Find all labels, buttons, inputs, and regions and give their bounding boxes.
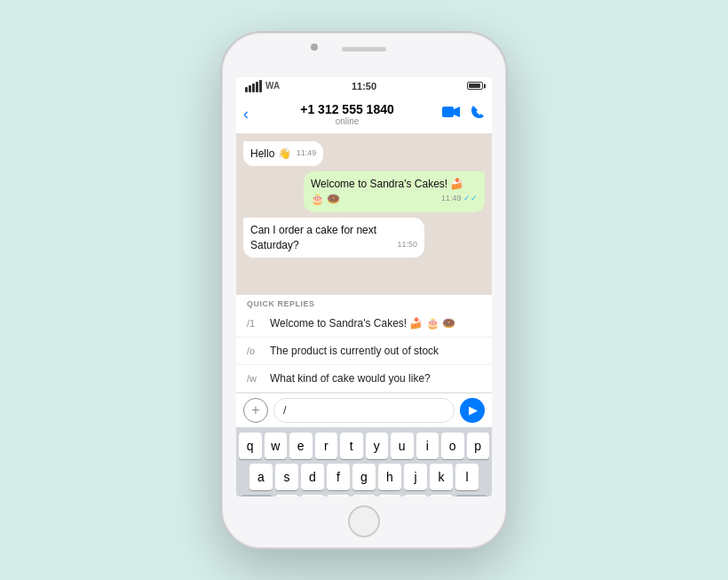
quick-reply-text: Welcome to Sandra's Cakes! 🍰 🎂 🍩	[270, 317, 455, 330]
chat-name: +1 312 555 1840	[252, 102, 442, 116]
keyboard-row-2: a s d f g h j k l	[239, 464, 489, 490]
status-bar: WA 11:50	[236, 77, 492, 95]
chat-info: +1 312 555 1840 online	[252, 102, 442, 126]
home-button[interactable]	[348, 505, 380, 537]
back-button[interactable]: ‹	[243, 105, 249, 123]
key-u[interactable]: u	[391, 433, 414, 459]
key-q[interactable]: q	[239, 433, 262, 459]
key-shift[interactable]: ⇧	[241, 495, 273, 497]
key-m[interactable]: m	[430, 495, 453, 497]
quick-reply-shortcut: /o	[247, 346, 265, 356]
input-area: + ▶	[236, 393, 492, 427]
key-h[interactable]: h	[378, 464, 401, 490]
quick-reply-item[interactable]: /w What kind of cake would you like?	[236, 365, 492, 393]
keyboard-row-3: ⇧ z x c v b n m ⌫	[239, 495, 489, 497]
key-k[interactable]: k	[430, 464, 453, 490]
key-o[interactable]: o	[441, 433, 464, 459]
message-row: Can I order a cake for next Saturday? 11…	[243, 218, 485, 258]
key-t[interactable]: t	[340, 433, 363, 459]
key-r[interactable]: r	[315, 433, 338, 459]
send-button[interactable]: ▶	[460, 398, 485, 423]
svg-rect-0	[442, 107, 454, 117]
key-d[interactable]: d	[301, 464, 324, 490]
svg-marker-1	[454, 107, 460, 117]
key-j[interactable]: j	[404, 464, 427, 490]
quick-reply-text: What kind of cake would you like?	[270, 372, 431, 385]
key-g[interactable]: g	[352, 464, 376, 490]
video-call-icon[interactable]	[442, 106, 460, 122]
phone-screen: WA 11:50 ‹ +1 312 555 1840 online	[236, 77, 492, 497]
message-input[interactable]	[273, 398, 455, 423]
status-left: WA	[245, 80, 280, 92]
send-icon: ▶	[469, 403, 478, 417]
key-f[interactable]: f	[327, 464, 350, 490]
incoming-bubble: Hello 👋 11:49	[243, 141, 323, 167]
key-backspace[interactable]: ⌫	[455, 495, 487, 497]
quick-reply-shortcut: /w	[247, 373, 265, 384]
message-row: Hello 👋 11:49	[243, 141, 485, 167]
key-c[interactable]: c	[327, 495, 350, 497]
quick-reply-item[interactable]: /o The product is currently out of stock	[236, 338, 492, 365]
keyboard-row-1: q w e r t y u i o p	[239, 433, 489, 459]
outgoing-bubble: Welcome to Sandra's Cakes! 🍰 🎂 🍩 11:49 ✓…	[304, 171, 485, 212]
battery-icon	[467, 82, 483, 90]
incoming-bubble: Can I order a cake for next Saturday? 11…	[243, 218, 424, 258]
keyboard: q w e r t y u i o p a s d f g h	[236, 427, 492, 497]
attach-button[interactable]: +	[243, 398, 268, 423]
message-text: Can I order a cake for next Saturday?	[250, 224, 376, 251]
status-time: 11:50	[352, 81, 376, 91]
message-text: Hello 👋	[250, 147, 291, 160]
key-v[interactable]: v	[352, 495, 376, 497]
phone-speaker	[342, 47, 386, 52]
key-l[interactable]: l	[455, 464, 479, 490]
status-right	[467, 82, 483, 90]
quick-reply-shortcut: /1	[247, 318, 265, 329]
key-w[interactable]: w	[265, 433, 288, 459]
chat-header: ‹ +1 312 555 1840 online	[236, 95, 492, 134]
key-i[interactable]: i	[416, 433, 439, 459]
carrier-label: WA	[265, 81, 280, 91]
key-z[interactable]: z	[275, 495, 298, 497]
key-b[interactable]: b	[378, 495, 401, 497]
key-n[interactable]: n	[404, 495, 427, 497]
key-e[interactable]: e	[289, 433, 313, 459]
front-camera	[311, 44, 318, 51]
quick-reply-text: The product is currently out of stock	[270, 345, 439, 357]
key-s[interactable]: s	[275, 464, 298, 490]
quick-replies-label: QUICK REPLIES	[236, 295, 492, 310]
key-x[interactable]: x	[301, 495, 324, 497]
phone-call-icon[interactable]	[471, 105, 485, 123]
message-time: 11:50	[397, 240, 417, 249]
signal-dots	[245, 80, 262, 92]
phone-frame: WA 11:50 ‹ +1 312 555 1840 online	[222, 33, 506, 548]
key-a[interactable]: a	[249, 464, 273, 490]
chat-online-status: online	[252, 116, 442, 126]
message-time: 11:49	[297, 148, 317, 157]
chat-actions	[442, 105, 485, 123]
chat-body: Hello 👋 11:49 Welcome to Sandra's Cakes!…	[236, 134, 492, 294]
quick-reply-item[interactable]: /1 Welcome to Sandra's Cakes! 🍰 🎂 🍩	[236, 310, 492, 338]
message-time: 11:49 ✓✓	[441, 194, 478, 203]
quick-replies-panel: QUICK REPLIES /1 Welcome to Sandra's Cak…	[236, 294, 492, 393]
phone-shell: WA 11:50 ‹ +1 312 555 1840 online	[222, 33, 506, 548]
message-row: Welcome to Sandra's Cakes! 🍰 🎂 🍩 11:49 ✓…	[243, 171, 485, 212]
key-p[interactable]: p	[467, 433, 490, 459]
key-y[interactable]: y	[366, 433, 389, 459]
